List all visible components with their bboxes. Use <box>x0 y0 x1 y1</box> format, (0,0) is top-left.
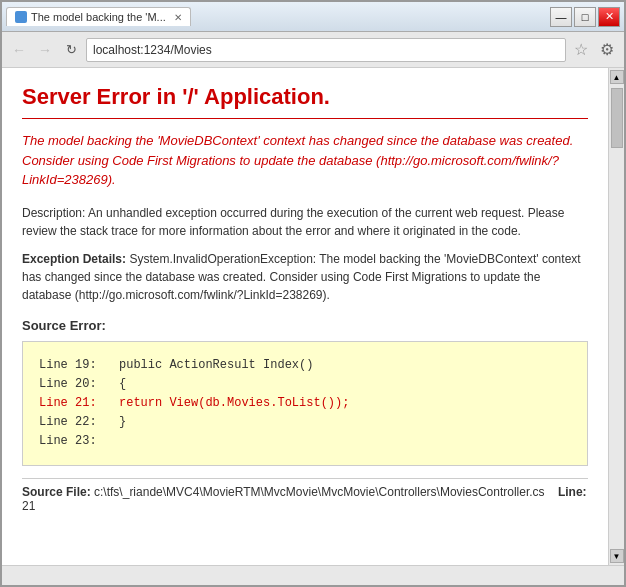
browser-window: The model backing the 'M... ✕ — □ ✕ ← → … <box>0 0 626 587</box>
exception-label: Exception Details: <box>22 252 126 266</box>
line-number-19: Line 19: <box>39 356 99 375</box>
code-text-19: public ActionResult Index() <box>119 356 313 375</box>
address-bar: ← → ↻ ☆ ⚙ <box>2 32 624 68</box>
refresh-button[interactable]: ↻ <box>60 39 82 61</box>
back-button[interactable]: ← <box>8 39 30 61</box>
line-number-20: Line 20: <box>39 375 99 394</box>
scroll-track[interactable] <box>610 84 624 549</box>
code-line-21: Line 21: return View(db.Movies.ToList())… <box>39 394 571 413</box>
tab-title: The model backing the 'M... <box>31 11 166 23</box>
scrollbar[interactable]: ▲ ▼ <box>608 68 624 565</box>
error-description: The model backing the 'MovieDBContext' c… <box>22 131 588 190</box>
source-line-number: 21 <box>22 499 35 513</box>
scroll-up-arrow[interactable]: ▲ <box>610 70 624 84</box>
page-content: Server Error in '/' Application. The mod… <box>2 68 608 565</box>
heading-divider <box>22 118 588 119</box>
code-text-20: { <box>119 375 126 394</box>
code-text-22: } <box>119 413 126 432</box>
title-bar: The model backing the 'M... ✕ — □ ✕ <box>2 2 624 32</box>
code-line-23: Line 23: <box>39 432 571 451</box>
status-bar <box>2 565 624 585</box>
browser-tab[interactable]: The model backing the 'M... ✕ <box>6 7 191 26</box>
error-heading: Server Error in '/' Application. <box>22 84 588 110</box>
source-file-path: c:\tfs\_riande\MVC4\MovieRTM\MvcMovie\Mv… <box>94 485 545 499</box>
code-line-19: Line 19: public ActionResult Index() <box>39 356 571 375</box>
source-file-info: Source File: c:\tfs\_riande\MVC4\MovieRT… <box>22 478 588 513</box>
scroll-thumb[interactable] <box>611 88 623 148</box>
tab-close-icon[interactable]: ✕ <box>174 12 182 23</box>
forward-button[interactable]: → <box>34 39 56 61</box>
line-number-22: Line 22: <box>39 413 99 432</box>
description-text: Description: An unhandled exception occu… <box>22 204 588 240</box>
close-button[interactable]: ✕ <box>598 7 620 27</box>
code-line-22: Line 22: } <box>39 413 571 432</box>
tab-favicon <box>15 11 27 23</box>
tools-button[interactable]: ⚙ <box>596 39 618 61</box>
code-line-20: Line 20: { <box>39 375 571 394</box>
source-error-label: Source Error: <box>22 318 588 333</box>
code-text-21: return View(db.Movies.ToList()); <box>119 394 349 413</box>
source-line-label: Line: <box>558 485 587 499</box>
source-file-label: Source File: <box>22 485 91 499</box>
line-number-23: Line 23: <box>39 432 99 451</box>
window-controls: — □ ✕ <box>550 7 620 27</box>
maximize-button[interactable]: □ <box>574 7 596 27</box>
page-area: Server Error in '/' Application. The mod… <box>2 68 624 565</box>
minimize-button[interactable]: — <box>550 7 572 27</box>
code-block: Line 19: public ActionResult Index() Lin… <box>22 341 588 467</box>
exception-details: Exception Details: System.InvalidOperati… <box>22 250 588 304</box>
address-input[interactable] <box>86 38 566 62</box>
line-number-21: Line 21: <box>39 394 99 413</box>
favorite-button[interactable]: ☆ <box>570 39 592 61</box>
scroll-down-arrow[interactable]: ▼ <box>610 549 624 563</box>
